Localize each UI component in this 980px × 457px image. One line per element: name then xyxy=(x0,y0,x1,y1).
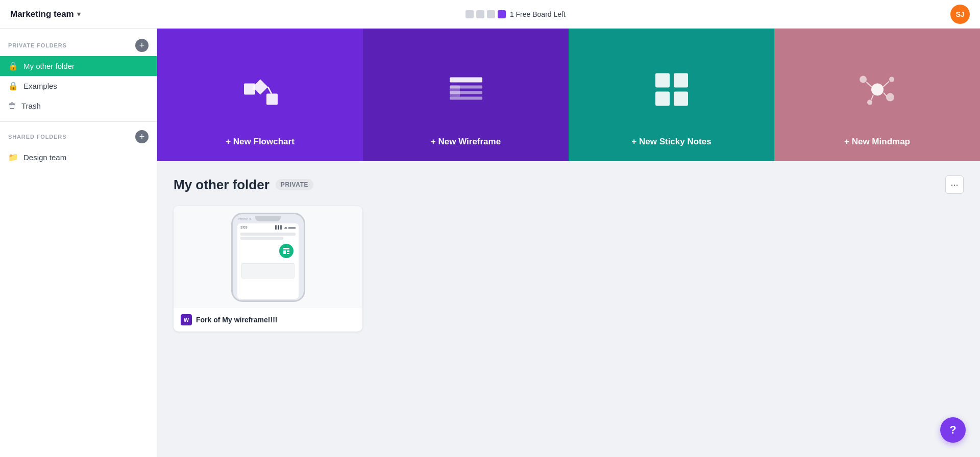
board-type-badge: W xyxy=(181,314,192,325)
svg-rect-11 xyxy=(674,73,688,88)
svg-rect-24 xyxy=(283,250,286,254)
avatar[interactable]: SJ xyxy=(950,5,970,24)
sidebar-item-design-team[interactable]: 📁 Design team xyxy=(0,147,157,167)
main-layout: PRIVATE FOLDERS + 🔒 My other folder 🔒 Ex… xyxy=(0,29,980,457)
sidebar-item-label: Examples xyxy=(23,82,57,90)
chevron-down-icon: ▾ xyxy=(77,10,81,18)
folder-title: My other folder xyxy=(174,177,270,193)
board-thumbnail: Phone X 3:03 ▌▌▌ ☁ ▬▬ xyxy=(174,206,362,308)
dot-4 xyxy=(498,10,506,18)
svg-rect-26 xyxy=(287,253,289,254)
svg-rect-8 xyxy=(450,86,460,97)
boards-grid: Phone X 3:03 ▌▌▌ ☁ ▬▬ xyxy=(174,206,964,332)
sidebar-item-trash[interactable]: 🗑 Trash xyxy=(0,96,157,115)
dot-2 xyxy=(476,10,484,18)
add-private-folder-button[interactable]: + xyxy=(135,39,149,52)
wireframe-label: + New Wireframe xyxy=(431,137,501,147)
svg-line-22 xyxy=(871,95,873,100)
svg-rect-25 xyxy=(287,250,289,252)
sidebar-item-my-other-folder[interactable]: 🔒 My other folder xyxy=(0,56,157,76)
new-sticky-notes-card[interactable]: + New Sticky Notes xyxy=(569,29,774,161)
svg-rect-23 xyxy=(283,248,289,249)
board-footer: W Fork of My wireframe!!!! xyxy=(174,308,362,332)
sticky-notes-label: + New Sticky Notes xyxy=(631,137,711,147)
svg-rect-9 xyxy=(450,97,482,100)
free-board-text: 1 Free Board Left xyxy=(510,10,566,18)
board-card[interactable]: Phone X 3:03 ▌▌▌ ☁ ▬▬ xyxy=(174,206,362,332)
svg-point-18 xyxy=(867,100,872,105)
sidebar-item-label: Design team xyxy=(23,153,66,162)
shared-folders-title: SHARED FOLDERS xyxy=(8,134,66,140)
sticky-notes-icon xyxy=(651,69,692,112)
folder-header: My other folder PRIVATE ··· xyxy=(174,175,964,194)
svg-rect-2 xyxy=(266,94,278,105)
board-dots xyxy=(465,10,506,18)
mindmap-label: + New Mindmap xyxy=(844,137,910,147)
folder-menu-button[interactable]: ··· xyxy=(945,175,964,194)
svg-line-19 xyxy=(866,82,872,87)
folder-title-area: My other folder PRIVATE xyxy=(174,177,313,193)
help-button[interactable]: ? xyxy=(940,417,966,443)
lock-icon: 🔒 xyxy=(8,61,18,71)
flowchart-icon xyxy=(240,69,281,112)
svg-line-20 xyxy=(883,82,889,87)
svg-rect-5 xyxy=(450,78,482,83)
board-limit-indicator: 1 Free Board Left xyxy=(465,10,566,18)
svg-rect-12 xyxy=(655,92,670,106)
dot-3 xyxy=(487,10,495,18)
private-folders-title: PRIVATE FOLDERS xyxy=(8,42,67,48)
team-name-label: Marketing team xyxy=(10,9,74,19)
team-name-button[interactable]: Marketing team ▾ xyxy=(10,9,81,19)
sidebar-divider xyxy=(0,121,157,122)
new-flowchart-card[interactable]: + New Flowchart xyxy=(157,29,363,161)
content-area: + New Flowchart + New Wireframe xyxy=(157,29,980,457)
templates-row: + New Flowchart + New Wireframe xyxy=(157,29,980,161)
dot-1 xyxy=(465,10,474,18)
svg-rect-13 xyxy=(674,92,688,106)
private-badge: PRIVATE xyxy=(276,179,313,190)
flowchart-label: + New Flowchart xyxy=(226,137,295,147)
svg-point-16 xyxy=(889,77,894,82)
sidebar: PRIVATE FOLDERS + 🔒 My other folder 🔒 Ex… xyxy=(0,29,157,457)
svg-point-14 xyxy=(871,84,884,96)
trash-icon: 🗑 xyxy=(8,101,16,110)
svg-rect-10 xyxy=(655,73,670,88)
phone-label-text: Phone X xyxy=(238,217,252,221)
sidebar-item-label: My other folder xyxy=(23,62,75,70)
svg-line-4 xyxy=(268,87,272,94)
folder-icon: 📁 xyxy=(8,153,18,162)
shared-folders-header: SHARED FOLDERS + xyxy=(0,128,157,147)
top-navbar: Marketing team ▾ 1 Free Board Left SJ xyxy=(0,0,980,29)
svg-point-15 xyxy=(860,76,867,83)
svg-line-21 xyxy=(884,93,887,96)
sidebar-item-examples[interactable]: 🔒 Examples xyxy=(0,76,157,96)
add-shared-folder-button[interactable]: + xyxy=(135,130,149,143)
private-folders-header: PRIVATE FOLDERS + xyxy=(0,37,157,56)
mindmap-icon xyxy=(857,69,898,112)
lock-icon-2: 🔒 xyxy=(8,81,18,91)
new-mindmap-card[interactable]: + New Mindmap xyxy=(774,29,980,161)
new-wireframe-card[interactable]: + New Wireframe xyxy=(363,29,569,161)
board-name: Fork of My wireframe!!!! xyxy=(196,316,277,324)
svg-point-17 xyxy=(886,93,894,101)
wireframe-icon xyxy=(446,69,486,112)
folder-content: My other folder PRIVATE ··· Phone X xyxy=(157,161,980,457)
sidebar-item-label: Trash xyxy=(21,101,41,110)
